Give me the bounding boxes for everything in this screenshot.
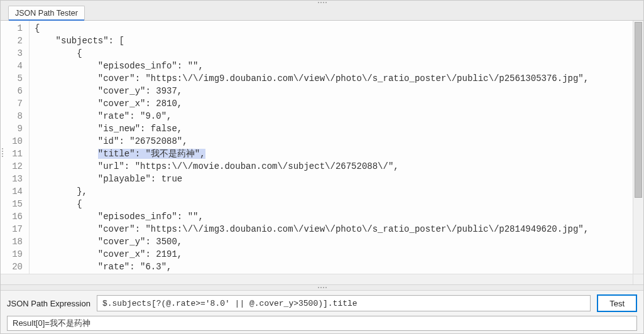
line-number: 2 bbox=[3, 35, 23, 47]
code-line[interactable]: "cover": "https:\/\/img9.doubanio.com\/v… bbox=[35, 72, 589, 85]
line-number: 6 bbox=[3, 85, 23, 97]
vertical-scrollbar-thumb[interactable] bbox=[635, 22, 642, 198]
line-number: 9 bbox=[3, 122, 23, 135]
expression-input[interactable] bbox=[97, 295, 591, 311]
code-line[interactable]: "url": "https:\/\/movie.douban.com\/subj… bbox=[35, 160, 589, 173]
code-line[interactable]: "cover_x": 2810, bbox=[35, 97, 589, 110]
line-number: 11 bbox=[3, 148, 23, 160]
line-number: 5 bbox=[3, 72, 23, 85]
horizontal-splitter[interactable] bbox=[1, 284, 643, 291]
line-number: 18 bbox=[3, 235, 23, 248]
line-number: 8 bbox=[3, 110, 23, 122]
line-number: 16 bbox=[3, 210, 23, 223]
code-line[interactable]: "title": "我不是药神", bbox=[35, 148, 589, 160]
bottom-panel: JSON Path Expression Test Result[0]=我不是药… bbox=[1, 291, 643, 333]
line-number: 12 bbox=[3, 160, 23, 173]
line-number: 17 bbox=[3, 223, 23, 235]
tab-json-path-tester[interactable]: JSON Path Tester bbox=[8, 6, 85, 21]
line-number: 19 bbox=[3, 248, 23, 261]
code-line[interactable]: "rate": "6.3", bbox=[35, 261, 589, 273]
code-line[interactable]: "episodes_info": "", bbox=[35, 60, 589, 72]
code-editor[interactable]: 123456789101112131415161718192021 { "sub… bbox=[1, 21, 633, 274]
vertical-scrollbar[interactable] bbox=[633, 21, 643, 274]
code-line[interactable]: "is_new": false, bbox=[35, 122, 589, 135]
code-line[interactable]: "id": "26752088", bbox=[35, 135, 589, 148]
code-line[interactable]: { bbox=[35, 47, 589, 60]
result-output[interactable]: Result[0]=我不是药神 bbox=[7, 316, 637, 331]
horizontal-scrollbar[interactable] bbox=[1, 274, 633, 284]
code-line[interactable]: "subjects": [ bbox=[35, 35, 589, 47]
highlighted-text: "title": "我不是药神", bbox=[98, 149, 205, 159]
line-number: 21 bbox=[3, 273, 23, 274]
line-number: 20 bbox=[3, 261, 23, 273]
code-line[interactable]: { bbox=[35, 22, 589, 35]
expression-label: JSON Path Expression bbox=[7, 299, 90, 308]
line-number: 14 bbox=[3, 185, 23, 198]
line-number: 4 bbox=[3, 60, 23, 72]
app-window: JSON Path Tester 12345678910111213141516… bbox=[0, 0, 644, 334]
expression-row: JSON Path Expression Test bbox=[7, 294, 637, 312]
code-line[interactable]: "playable": true bbox=[35, 173, 589, 185]
left-grip[interactable] bbox=[2, 148, 3, 157]
line-number: 10 bbox=[3, 135, 23, 148]
tab-bar: JSON Path Tester bbox=[1, 4, 643, 21]
scroll-corner bbox=[633, 274, 643, 284]
result-text: Result[0]=我不是药神 bbox=[13, 318, 90, 329]
tab-label: JSON Path Tester bbox=[15, 9, 78, 18]
line-number: 15 bbox=[3, 198, 23, 210]
line-number-gutter: 123456789101112131415161718192021 bbox=[1, 21, 30, 274]
line-number: 13 bbox=[3, 173, 23, 185]
code-line[interactable]: "cover_y": 3937, bbox=[35, 85, 589, 97]
code-line[interactable]: "cover_x": 2191, bbox=[35, 248, 589, 261]
code-line[interactable]: "rate": "9.0", bbox=[35, 110, 589, 122]
code-line[interactable]: { bbox=[35, 198, 589, 210]
code-line[interactable]: "episodes_info": "", bbox=[35, 210, 589, 223]
code-line[interactable]: "cover_y": 3500, bbox=[35, 235, 589, 248]
editor-area: 123456789101112131415161718192021 { "sub… bbox=[1, 21, 643, 284]
code-line[interactable]: }, bbox=[35, 185, 589, 198]
line-number: 1 bbox=[3, 22, 23, 35]
test-button[interactable]: Test bbox=[597, 294, 637, 312]
line-number: 3 bbox=[3, 47, 23, 60]
code-line[interactable]: "cover": "https:\/\/img3.doubanio.com\/v… bbox=[35, 223, 589, 235]
line-number: 7 bbox=[3, 97, 23, 110]
code-content[interactable]: { "subjects": [ { "episodes_info": "", "… bbox=[30, 21, 594, 274]
